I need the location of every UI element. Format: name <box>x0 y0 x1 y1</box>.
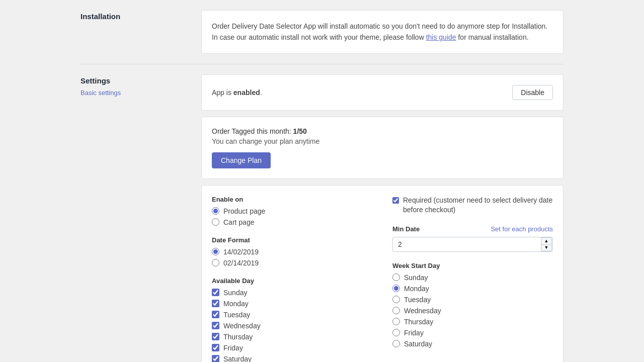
available-wednesday[interactable]: Wednesday <box>212 322 372 330</box>
available-wednesday-check[interactable] <box>212 322 219 329</box>
week-sunday-radio[interactable] <box>392 274 400 281</box>
set-for-products-link[interactable]: Set for each products <box>491 225 553 233</box>
settings-label: Settings Basic settings <box>80 74 181 362</box>
week-sunday[interactable]: Sunday <box>392 274 553 282</box>
available-tuesday[interactable]: Tuesday <box>212 311 372 319</box>
available-day-group: Available Day Sunday Monday Tuesday <box>212 277 372 362</box>
app-status-text: App is enabled. <box>212 88 262 97</box>
week-saturday[interactable]: Saturday <box>392 340 553 348</box>
cart-page-radio[interactable] <box>212 218 219 226</box>
date-format-1-radio[interactable] <box>212 248 219 255</box>
enable-on-group: Enable on Product page Cart page <box>212 196 372 226</box>
available-sunday[interactable]: Sunday <box>212 289 372 297</box>
installation-section: Installation Order Delivery Date Selecto… <box>80 10 564 64</box>
available-monday-check[interactable] <box>212 300 219 307</box>
available-thursday-check[interactable] <box>212 333 219 340</box>
week-monday[interactable]: Monday <box>392 285 553 293</box>
plan-card: Order Tagged this month: 1/50 You can ch… <box>201 117 564 179</box>
order-tagged-text: Order Tagged this month: 1/50 <box>212 127 553 135</box>
week-wednesday-radio[interactable] <box>392 307 400 314</box>
app-status-card: App is enabled. Disable <box>201 74 564 111</box>
week-thursday[interactable]: Thursday <box>392 318 553 326</box>
min-date-section: Min Date Set for each products ▲ ▼ <box>392 225 553 252</box>
spinner-down-button[interactable]: ▼ <box>541 244 552 251</box>
required-checkbox-row: Required (customer need to select delive… <box>392 196 553 215</box>
options-card: Enable on Product page Cart page <box>201 185 564 362</box>
required-checkbox[interactable] <box>392 197 399 204</box>
available-day-title: Available Day <box>212 277 372 285</box>
options-left-col: Enable on Product page Cart page <box>212 196 372 362</box>
date-format-2-label: 02/14/2019 <box>223 259 259 267</box>
settings-title: Settings <box>80 76 181 85</box>
spinner-up-button[interactable]: ▲ <box>541 237 552 244</box>
available-tuesday-check[interactable] <box>212 311 219 318</box>
date-format-title: Date Format <box>212 236 372 244</box>
week-tuesday[interactable]: Tuesday <box>392 296 553 304</box>
week-friday-radio[interactable] <box>392 329 400 336</box>
enable-on-title: Enable on <box>212 196 372 203</box>
change-plan-subtitle: You can change your plan anytime <box>212 137 553 145</box>
date-format-1-label: 14/02/2019 <box>223 248 259 256</box>
settings-row: Settings Basic settings App is enabled. … <box>80 74 564 362</box>
week-tuesday-radio[interactable] <box>392 296 400 303</box>
min-date-header: Min Date Set for each products <box>392 225 553 233</box>
product-page-radio-item[interactable]: Product page <box>212 207 372 215</box>
disable-button[interactable]: Disable <box>512 85 553 100</box>
options-right-col: Required (customer need to select delive… <box>392 196 553 362</box>
settings-section: Settings Basic settings App is enabled. … <box>80 74 564 362</box>
date-format-group: Date Format 14/02/2019 02/14/2019 <box>212 236 372 267</box>
available-thursday[interactable]: Thursday <box>212 333 372 341</box>
change-plan-button[interactable]: Change Plan <box>212 152 271 168</box>
available-sunday-check[interactable] <box>212 289 219 296</box>
date-format-2-radio[interactable] <box>212 259 219 266</box>
product-page-label: Product page <box>223 207 265 215</box>
product-page-radio[interactable] <box>212 207 219 215</box>
required-label: Required (customer need to select delive… <box>403 196 553 215</box>
options-grid: Enable on Product page Cart page <box>212 196 553 362</box>
available-saturday[interactable]: Saturday <box>212 355 372 362</box>
app-status-row: App is enabled. Disable <box>212 85 553 100</box>
week-start-day-group: Week Start Day Sunday Monday Tuesday <box>392 262 553 348</box>
available-friday-check[interactable] <box>212 344 219 351</box>
settings-cards: App is enabled. Disable Order Tagged thi… <box>201 74 564 362</box>
week-thursday-radio[interactable] <box>392 318 400 325</box>
min-date-input[interactable] <box>392 237 553 252</box>
min-date-label: Min Date <box>392 225 420 233</box>
cart-page-radio-item[interactable]: Cart page <box>212 218 372 226</box>
week-wednesday[interactable]: Wednesday <box>392 307 553 315</box>
installation-title: Installation <box>80 12 181 21</box>
installation-text: Order Delivery Date Selector App will in… <box>212 21 553 43</box>
week-monday-radio[interactable] <box>392 285 400 292</box>
week-start-day-title: Week Start Day <box>392 262 553 269</box>
week-friday[interactable]: Friday <box>392 329 553 337</box>
installation-label: Installation <box>80 10 181 54</box>
basic-settings-link[interactable]: Basic settings <box>80 89 181 97</box>
this-guide-link[interactable]: this guide <box>426 33 456 41</box>
available-saturday-check[interactable] <box>212 355 219 362</box>
date-format-2-item[interactable]: 02/14/2019 <box>212 259 372 267</box>
installation-card: Order Delivery Date Selector App will in… <box>201 10 564 54</box>
date-format-1-item[interactable]: 14/02/2019 <box>212 248 372 256</box>
min-date-spinner: ▲ ▼ <box>541 237 552 251</box>
week-saturday-radio[interactable] <box>392 340 400 347</box>
available-monday[interactable]: Monday <box>212 300 372 308</box>
cart-page-label: Cart page <box>223 218 254 226</box>
available-friday[interactable]: Friday <box>212 344 372 352</box>
min-date-input-wrapper: ▲ ▼ <box>392 237 553 252</box>
